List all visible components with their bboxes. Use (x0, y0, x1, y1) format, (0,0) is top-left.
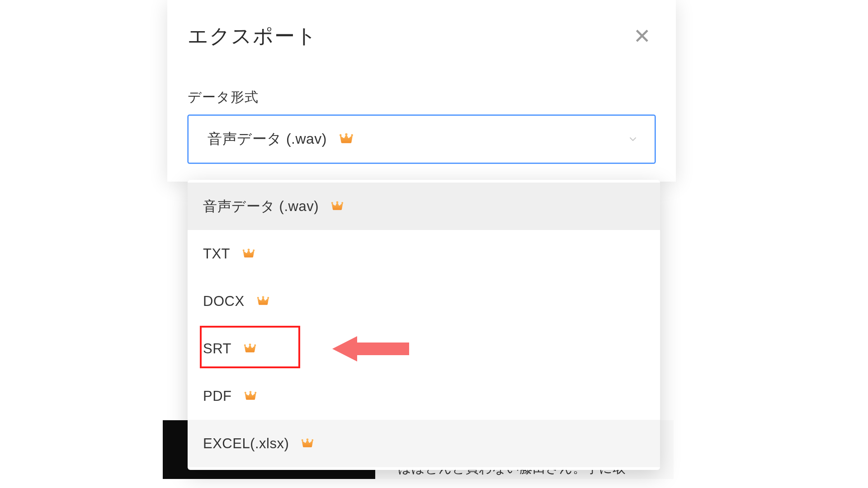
crown-icon (256, 295, 270, 308)
crown-icon (243, 342, 257, 356)
format-option-label: TXT (203, 246, 230, 262)
format-dropdown: 音声データ (.wav)TXTDOCXSRTPDFEXCEL(.xlsx) (188, 180, 660, 470)
format-select-value: 音声データ (.wav) (208, 129, 327, 149)
format-select[interactable]: 音声データ (.wav) (188, 115, 656, 164)
format-option-label: PDF (203, 388, 232, 404)
format-label: データ形式 (188, 88, 676, 107)
crown-icon (339, 131, 354, 147)
close-button[interactable]: ✕ (633, 26, 651, 47)
format-option[interactable]: TXT (188, 230, 660, 277)
modal-header: エクスポート ✕ (167, 0, 676, 63)
export-modal: エクスポート ✕ データ形式 音声データ (.wav) (167, 0, 676, 182)
format-option-label: EXCEL(.xlsx) (203, 436, 289, 452)
chevron-down-icon (627, 134, 638, 145)
format-option[interactable]: SRT (188, 325, 660, 372)
modal-title: エクスポート (188, 23, 317, 50)
format-option[interactable]: DOCX (188, 277, 660, 325)
format-option-label: SRT (203, 341, 231, 357)
close-icon: ✕ (633, 24, 651, 48)
crown-icon (330, 200, 344, 213)
format-option[interactable]: PDF (188, 372, 660, 420)
crown-icon (301, 437, 314, 450)
format-option[interactable]: 音声データ (.wav) (188, 183, 660, 230)
format-option-label: 音声データ (.wav) (203, 197, 319, 216)
crown-icon (242, 247, 255, 261)
crown-icon (244, 389, 257, 403)
format-option-label: DOCX (203, 293, 245, 310)
format-option[interactable]: EXCEL(.xlsx) (188, 420, 660, 467)
